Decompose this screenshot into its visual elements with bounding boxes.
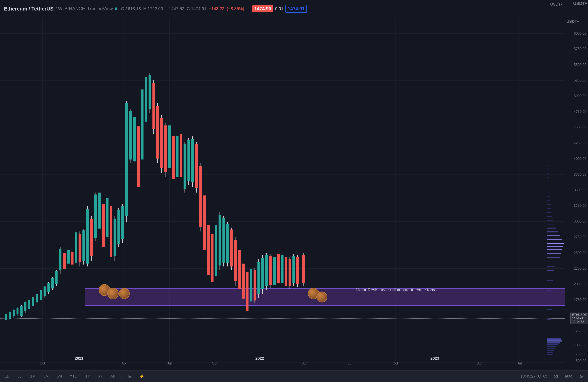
svg-rect-37: [75, 233, 77, 263]
svg-rect-53: [106, 198, 108, 237]
svg-rect-13: [28, 300, 30, 309]
candlestick-chart: [0, 18, 565, 362]
change-value: −143.22 (−8.85%): [209, 6, 245, 11]
svg-rect-25: [51, 278, 54, 288]
svg-rect-131: [257, 262, 260, 294]
source-label: TradingView: [87, 6, 113, 11]
svg-rect-103: [203, 195, 206, 250]
svg-rect-117: [230, 230, 233, 266]
svg-rect-153: [302, 255, 305, 283]
svg-rect-55: [110, 206, 112, 257]
svg-rect-9: [20, 306, 22, 316]
svg-rect-137: [269, 256, 272, 285]
timeframe-label[interactable]: 1W: [55, 6, 63, 11]
svg-rect-87: [172, 136, 175, 179]
exchange-label: BINANCE: [64, 6, 85, 11]
svg-rect-71: [141, 89, 144, 159]
low-value: 1447.52: [169, 6, 185, 11]
svg-rect-33: [67, 250, 70, 264]
timeframe-5d[interactable]: 5D: [16, 373, 24, 379]
svg-rect-135: [265, 255, 268, 286]
svg-rect-95: [188, 140, 190, 181]
svg-rect-15: [32, 297, 34, 306]
svg-rect-43: [86, 209, 89, 264]
svg-rect-143: [281, 255, 284, 283]
svg-rect-67: [133, 117, 136, 161]
svg-rect-139: [273, 257, 276, 285]
chart-canvas: Major Resistance / distribute to cattle …: [0, 18, 565, 362]
svg-rect-111: [219, 215, 221, 265]
svg-rect-105: [207, 225, 210, 275]
svg-rect-121: [238, 250, 241, 289]
svg-rect-59: [117, 210, 120, 244]
indicator-icon[interactable]: ⚡: [138, 373, 146, 380]
timeframe-6m[interactable]: 6M: [55, 373, 63, 379]
svg-rect-129: [253, 270, 256, 300]
log-toggle[interactable]: log: [551, 373, 559, 379]
svg-rect-147: [289, 259, 291, 286]
price-diff: 0.01: [275, 6, 284, 11]
settings-icon[interactable]: ⚙: [578, 373, 585, 380]
bottom-toolbar: 1D 5D 1M 3M 6M YTD 1Y 5Y All | ⊞ ⚡ 13:45…: [0, 370, 588, 382]
svg-rect-91: [180, 134, 182, 177]
svg-rect-123: [242, 264, 245, 298]
open-value: 1618.13: [126, 6, 141, 11]
open-label: O: [121, 6, 124, 11]
svg-rect-89: [176, 136, 178, 177]
currency-label[interactable]: USDT▾: [550, 2, 563, 7]
svg-rect-141: [277, 254, 280, 283]
svg-rect-97: [191, 139, 194, 182]
svg-rect-101: [199, 166, 202, 227]
chart-marker-2: [107, 288, 119, 299]
svg-rect-107: [211, 234, 213, 282]
chart-type-icon[interactable]: ⊞: [126, 373, 133, 380]
svg-rect-51: [102, 204, 105, 247]
timeframe-1d[interactable]: 1D: [3, 373, 11, 379]
close-label: C: [187, 6, 190, 11]
auto-toggle[interactable]: auto: [563, 373, 574, 379]
timeframe-ytd[interactable]: YTD: [68, 373, 79, 379]
timeframe-1m[interactable]: 1M: [29, 373, 37, 379]
svg-rect-1: [5, 314, 7, 320]
svg-rect-63: [125, 103, 128, 216]
timeframe-all[interactable]: All: [109, 373, 116, 379]
svg-rect-85: [168, 126, 171, 168]
timeframe-5y[interactable]: 5Y: [96, 373, 104, 379]
svg-rect-119: [234, 240, 237, 281]
svg-rect-19: [40, 290, 42, 300]
svg-rect-99: [195, 144, 198, 188]
y-axis: USDT▾: [565, 18, 588, 362]
resistance-annotation: Major Resistance / distribute to cattle …: [356, 287, 437, 293]
svg-rect-109: [215, 225, 217, 276]
svg-rect-69: [137, 127, 140, 187]
svg-rect-5: [13, 310, 15, 316]
timeframe-3m[interactable]: 3M: [42, 373, 50, 379]
current-time: 13:45:27 (UTC): [521, 374, 547, 379]
svg-rect-23: [47, 283, 50, 292]
svg-rect-73: [145, 77, 147, 122]
svg-rect-77: [152, 83, 155, 129]
timeframe-1y[interactable]: 1Y: [84, 373, 92, 379]
svg-rect-35: [71, 252, 74, 265]
svg-rect-61: [121, 206, 124, 239]
svg-rect-115: [226, 224, 229, 263]
svg-rect-3: [9, 312, 11, 319]
svg-rect-29: [59, 249, 62, 270]
usdt-label: USDT▾: [573, 1, 587, 6]
svg-rect-75: [148, 75, 151, 109]
ohlc-data: O1618.13 H1722.00 L1447.52 C1474.91 −143…: [121, 6, 247, 11]
svg-rect-151: [296, 257, 299, 284]
svg-rect-113: [222, 218, 225, 263]
svg-rect-145: [285, 257, 287, 286]
svg-rect-127: [250, 269, 252, 301]
toolbar-separator: |: [121, 374, 122, 379]
low-label: L: [165, 6, 168, 11]
svg-rect-47: [94, 194, 97, 238]
currency-unit: USDT▾: [567, 19, 579, 24]
svg-rect-11: [24, 302, 26, 311]
chart-header: Ethereum / TetherUS 1W BINANCE TradingVi…: [0, 0, 588, 18]
svg-rect-125: [246, 272, 249, 311]
svg-rect-133: [261, 258, 264, 289]
high-label: H: [143, 6, 147, 11]
chart-marker-5: [316, 292, 327, 302]
